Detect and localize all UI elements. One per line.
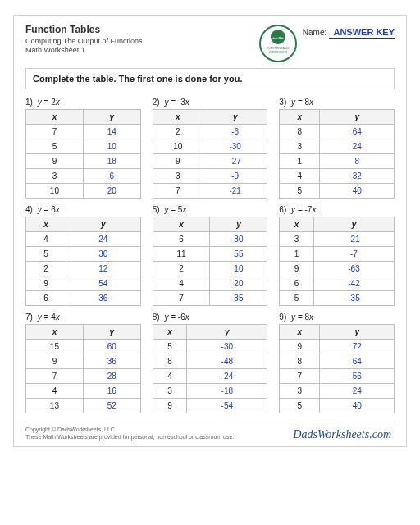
y-value: -21 — [313, 232, 394, 247]
table-row: 212 — [26, 262, 141, 276]
col-x-header: x — [280, 325, 320, 340]
col-y-header: y — [83, 110, 140, 125]
table-row: 324 — [280, 384, 395, 399]
y-value: -21 — [203, 184, 267, 199]
function-table: xy972864756324540 — [279, 324, 395, 413]
table-row: 864 — [280, 354, 395, 369]
y-value: 64 — [320, 125, 395, 139]
equation-label: 1) y = 2x — [25, 98, 141, 107]
y-value: 24 — [66, 232, 141, 247]
x-value: 3 — [26, 169, 84, 184]
table-row: 756 — [280, 369, 395, 384]
x-value: 4 — [280, 169, 320, 184]
x-value: 13 — [26, 399, 84, 413]
y-value: 24 — [320, 384, 395, 399]
y-value: 52 — [83, 399, 140, 413]
table-row: 735 — [153, 291, 267, 306]
table-row: 540 — [280, 184, 395, 199]
equation-label: 8) y = -6x — [153, 313, 268, 322]
x-value: 8 — [280, 125, 320, 139]
y-value: -30 — [187, 340, 267, 354]
x-value: 7 — [26, 125, 84, 139]
y-value: 28 — [83, 369, 140, 384]
table-row: 630 — [153, 232, 267, 247]
y-value: 14 — [83, 125, 140, 139]
table-row: 714 — [26, 125, 141, 139]
col-y-header: y — [66, 217, 141, 232]
table-row: 1-7 — [280, 247, 395, 262]
col-x-header: x — [153, 110, 203, 125]
x-value: 2 — [153, 125, 203, 139]
function-table: xy714510918361020 — [25, 109, 141, 199]
x-value: 8 — [153, 354, 187, 369]
function-table: xy6301155210420735 — [153, 217, 268, 306]
function-table: xy86432418432540 — [279, 109, 395, 199]
worksheet-number: Math Worksheet 1 — [25, 46, 253, 54]
function-table: xy3-211-79-636-425-35 — [279, 217, 395, 306]
table-row: 36 — [26, 169, 141, 184]
x-value: 4 — [26, 232, 66, 247]
problem: 5) y = 5xxy6301155210420735 — [153, 205, 268, 306]
col-y-header: y — [210, 217, 267, 232]
equation-label: 3) y = 8x — [279, 98, 395, 107]
table-row: 3-18 — [153, 384, 267, 399]
problem: 9) y = 8xxy972864756324540 — [279, 313, 395, 413]
table-row: 420 — [153, 276, 267, 291]
table-row: 10-30 — [153, 139, 267, 154]
y-value: 18 — [83, 154, 140, 169]
y-value: -7 — [313, 247, 394, 262]
page-title: Function Tables — [25, 24, 253, 35]
x-value: 9 — [153, 154, 203, 169]
y-value: 40 — [320, 184, 395, 199]
table-row: 972 — [280, 340, 395, 354]
table-row: 864 — [280, 125, 395, 139]
table-row: 3-9 — [153, 169, 267, 184]
table-row: 424 — [26, 232, 141, 247]
y-value: 36 — [83, 354, 140, 369]
x-value: 5 — [280, 399, 320, 413]
x-value: 9 — [153, 399, 187, 413]
y-value: 30 — [210, 232, 267, 247]
table-row: 3-21 — [280, 232, 395, 247]
worksheet-page: Function Tables Computing The Output of … — [13, 15, 407, 447]
y-value: -6 — [203, 125, 267, 139]
x-value: 5 — [280, 291, 314, 306]
y-value: 10 — [210, 262, 267, 276]
col-y-header: y — [313, 217, 394, 232]
table-row: 4-24 — [153, 369, 267, 384]
table-row: 324 — [280, 139, 395, 154]
y-value: 24 — [320, 139, 395, 154]
y-value: 6 — [83, 169, 140, 184]
equation-label: 4) y = 6x — [25, 205, 141, 214]
x-value: 5 — [153, 340, 187, 354]
col-y-header: y — [187, 325, 267, 340]
x-value: 6 — [280, 276, 314, 291]
y-value: -24 — [187, 369, 267, 384]
x-value: 4 — [26, 384, 84, 399]
col-x-header: x — [26, 217, 66, 232]
x-value: 15 — [26, 340, 84, 354]
x-value: 3 — [280, 232, 314, 247]
col-y-header: y — [320, 325, 395, 340]
x-value: 1 — [280, 154, 320, 169]
table-row: 5-30 — [153, 340, 267, 354]
table-row: 540 — [280, 399, 395, 413]
x-value: 2 — [26, 262, 66, 276]
page-subtitle: Computing The Output of Functions — [25, 37, 253, 45]
x-value: 11 — [153, 247, 210, 262]
y-value: 36 — [66, 291, 141, 306]
y-value: -9 — [203, 169, 267, 184]
table-row: 416 — [26, 384, 141, 399]
x-value: 9 — [280, 262, 314, 276]
problem: 3) y = 8xxy86432418432540 — [279, 98, 395, 199]
y-value: -54 — [187, 399, 267, 413]
y-value: 12 — [66, 262, 141, 276]
y-value: 54 — [66, 276, 141, 291]
table-row: 1560 — [26, 340, 141, 354]
table-row: 530 — [26, 247, 141, 262]
equation-label: 6) y = -7x — [279, 205, 395, 214]
x-value: 5 — [26, 139, 84, 154]
x-value: 7 — [280, 369, 320, 384]
y-value: 32 — [320, 169, 395, 184]
x-value: 4 — [153, 369, 187, 384]
